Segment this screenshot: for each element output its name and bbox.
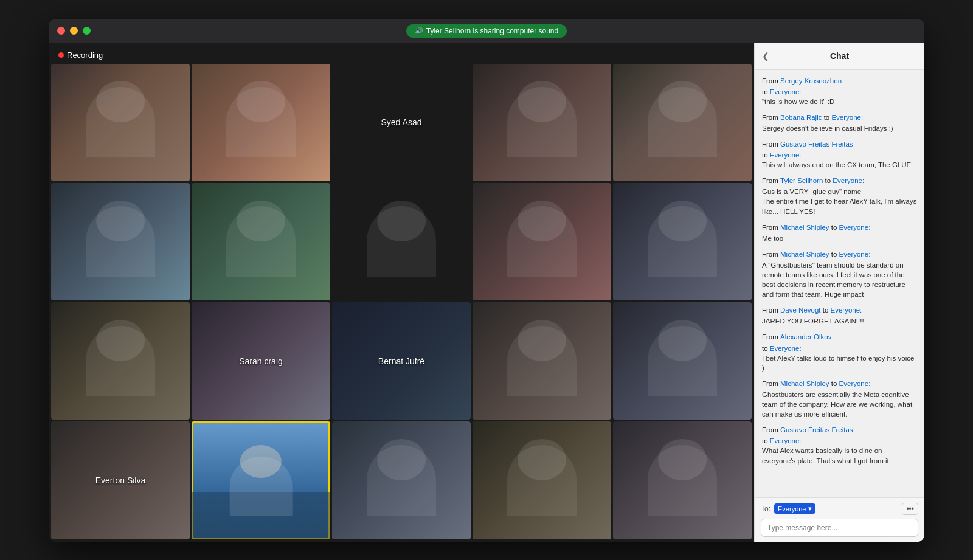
traffic-lights bbox=[57, 27, 91, 35]
chat-message: From Michael Shipley to Everyone: Me too bbox=[762, 223, 917, 243]
video-cell: Sarah craig bbox=[192, 302, 330, 420]
video-cell bbox=[51, 183, 190, 300]
message-text: Ghostbusters are essentially the Meta co… bbox=[762, 390, 917, 419]
message-from: From bbox=[762, 224, 780, 231]
message-text: I bet AlexY talks loud to himself to enj… bbox=[762, 353, 917, 373]
message-to-label: to bbox=[824, 114, 832, 121]
video-cell: Bernat Jufré bbox=[332, 302, 471, 420]
participant-name: Sarah craig bbox=[239, 356, 283, 366]
message-text: Gus is a VERY "glue guy" nameThe entire … bbox=[762, 187, 917, 216]
video-cell bbox=[473, 421, 611, 539]
message-recipient: Everyone: bbox=[770, 151, 802, 159]
message-to-label: to bbox=[762, 88, 770, 95]
recording-badge: Recording bbox=[58, 50, 103, 60]
video-cell: Everton Silva bbox=[51, 421, 190, 539]
message-sender: Sergey Krasnozhon bbox=[780, 77, 842, 85]
message-from: From bbox=[762, 114, 780, 121]
message-text: This will always end on the CX team, The… bbox=[762, 160, 917, 170]
participant-name: Syed Asad bbox=[381, 117, 422, 127]
message-sender: Dave Nevogt bbox=[780, 306, 820, 314]
message-sender: Bobana Rajic bbox=[780, 114, 822, 121]
video-cell bbox=[473, 302, 611, 420]
message-text: JARED YOU FORGET AGAIN!!!! bbox=[762, 316, 917, 326]
message-to-label: to bbox=[831, 251, 839, 258]
chat-message: From Bobana Rajic to Everyone: Sergey do… bbox=[762, 112, 917, 133]
ellipsis-icon: ••• bbox=[906, 505, 914, 513]
chat-title: Chat bbox=[830, 51, 849, 61]
message-sender: Tyler Sellhorn bbox=[780, 177, 823, 184]
video-cell bbox=[613, 421, 752, 539]
message-sender: Michael Shipley bbox=[780, 380, 829, 387]
message-from: From bbox=[762, 77, 780, 85]
message-recipient: Everyone: bbox=[833, 177, 864, 184]
message-to-label: to bbox=[825, 177, 833, 184]
recording-label: Recording bbox=[67, 50, 103, 60]
message-to-label: to bbox=[762, 151, 770, 159]
chat-collapse-button[interactable]: ❮ bbox=[762, 51, 769, 61]
chat-header: ❮ Chat bbox=[755, 43, 924, 70]
participant-name: Bernat Jufré bbox=[378, 356, 424, 366]
message-to-label: to bbox=[831, 380, 839, 387]
chat-to-label: To: bbox=[761, 505, 770, 513]
video-cell bbox=[613, 183, 752, 300]
message-sender: Michael Shipley bbox=[780, 224, 829, 231]
message-text: What Alex wants basically is to dine on … bbox=[762, 446, 917, 465]
recording-dot bbox=[58, 52, 64, 58]
fullscreen-button[interactable] bbox=[83, 27, 91, 35]
video-cell bbox=[473, 183, 611, 300]
main-area: Recording Syed Asad bbox=[49, 43, 924, 542]
chat-footer: To: Everyone ▾ ••• bbox=[755, 497, 924, 542]
message-sender: Gustavo Freitas Freitas bbox=[780, 426, 853, 434]
zoom-window: 🔊 Tyler Sellhorn is sharing computer sou… bbox=[49, 19, 924, 542]
video-cell bbox=[192, 64, 330, 181]
video-cell bbox=[51, 302, 190, 420]
sharing-banner: 🔊 Tyler Sellhorn is sharing computer sou… bbox=[406, 24, 567, 38]
video-cell bbox=[613, 64, 752, 181]
chat-message: From Tyler Sellhorn to Everyone: Gus is … bbox=[762, 176, 917, 216]
message-recipient: Everyone: bbox=[839, 224, 871, 231]
video-area: Recording Syed Asad bbox=[49, 43, 754, 542]
video-cell bbox=[332, 183, 471, 300]
message-to-label: to bbox=[831, 224, 839, 231]
message-to-label: to bbox=[823, 306, 831, 314]
message-sender: Michael Shipley bbox=[780, 251, 829, 258]
chat-recipient-dropdown[interactable]: Everyone ▾ bbox=[774, 503, 815, 514]
chat-recipient-label: Everyone bbox=[778, 505, 806, 513]
chat-message: From Sergey Krasnozhon to Everyone: "thi… bbox=[762, 76, 917, 106]
chevron-down-icon: ▾ bbox=[808, 505, 812, 513]
video-cell-active-speaker bbox=[192, 421, 330, 539]
chat-message: From Michael Shipley to Everyone: Ghostb… bbox=[762, 379, 917, 419]
video-cell bbox=[51, 64, 190, 181]
titlebar: 🔊 Tyler Sellhorn is sharing computer sou… bbox=[49, 19, 924, 43]
chat-message: From Alexander Olkov to Everyone: I bet … bbox=[762, 332, 917, 372]
microphone-icon: 🔊 bbox=[415, 27, 423, 35]
message-sender: Alexander Olkov bbox=[780, 333, 831, 340]
message-to-label: to bbox=[762, 345, 770, 352]
video-cell bbox=[192, 183, 330, 300]
close-button[interactable] bbox=[57, 27, 65, 35]
message-recipient: Everyone: bbox=[770, 345, 802, 352]
sharing-text: Tyler Sellhorn is sharing computer sound bbox=[426, 27, 558, 35]
chat-message: From Michael Shipley to Everyone: A "Gho… bbox=[762, 249, 917, 299]
message-recipient: Everyone: bbox=[831, 114, 863, 121]
chat-message-input[interactable] bbox=[761, 519, 918, 537]
chat-more-button[interactable]: ••• bbox=[902, 503, 918, 515]
video-cell bbox=[332, 421, 471, 539]
message-text: Sergey doesn't believe in casual Fridays… bbox=[762, 123, 917, 133]
chat-message: From Dave Nevogt to Everyone: JARED YOU … bbox=[762, 305, 917, 326]
chat-to-line: To: Everyone ▾ ••• bbox=[761, 503, 918, 515]
message-from: From bbox=[762, 380, 780, 387]
chat-messages-list[interactable]: From Sergey Krasnozhon to Everyone: "thi… bbox=[755, 70, 924, 497]
participant-name: Everton Silva bbox=[95, 475, 145, 485]
message-text: "this is how we do it" :D bbox=[762, 97, 917, 106]
video-cell: Syed Asad bbox=[332, 64, 471, 181]
message-from: From bbox=[762, 177, 780, 184]
message-recipient: Everyone: bbox=[839, 380, 871, 387]
minimize-button[interactable] bbox=[70, 27, 78, 35]
message-to-label: to bbox=[762, 437, 770, 444]
chat-message: From Gustavo Freitas Freitas to Everyone… bbox=[762, 139, 917, 170]
message-from: From bbox=[762, 333, 780, 340]
message-sender: Gustavo Freitas Freitas bbox=[780, 140, 853, 148]
message-from: From bbox=[762, 426, 780, 434]
message-recipient: Everyone: bbox=[839, 251, 871, 258]
